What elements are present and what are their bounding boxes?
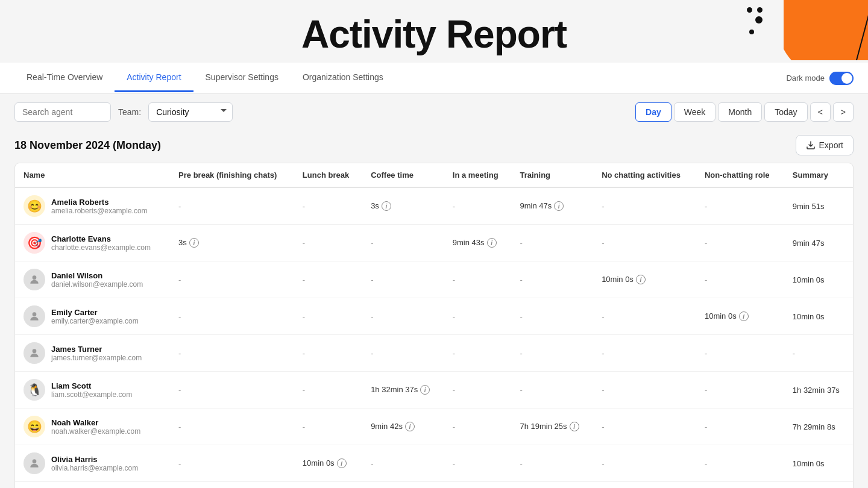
table-cell: 9min 42si <box>362 408 444 445</box>
today-button[interactable]: Today <box>764 102 807 122</box>
table-cell: - <box>593 335 696 372</box>
svg-point-0 <box>33 275 37 280</box>
prev-button[interactable]: < <box>810 102 831 122</box>
table-row: 😊 Amelia Roberts amelia.roberts@example.… <box>15 187 853 225</box>
agent-cell: 🎯 Charlotte Evans charlotte.evans@exampl… <box>15 225 170 261</box>
table-cell: - <box>170 408 294 445</box>
info-icon[interactable]: i <box>636 275 646 284</box>
table-cell: - <box>593 225 696 261</box>
svg-point-3 <box>33 459 37 463</box>
export-label: Export <box>819 140 843 150</box>
table-cell: 9min 43si <box>444 225 512 261</box>
table-cell: 10min 0si <box>696 298 784 335</box>
search-input-wrap <box>14 102 111 122</box>
agent-email: james.turner@example.com <box>51 354 142 362</box>
export-button[interactable]: Export <box>796 135 854 155</box>
table-row: 🐧 Liam Scott liam.scott@example.com - - … <box>15 372 853 408</box>
svg-point-1 <box>33 312 37 316</box>
table-cell: - <box>512 372 594 408</box>
dark-mode-switch[interactable] <box>829 72 854 85</box>
table-cell: - <box>294 372 362 408</box>
activity-table: Name Pre break (finishing chats) Lunch b… <box>15 163 853 488</box>
table-cell: - <box>294 335 362 372</box>
info-icon[interactable]: i <box>739 311 749 321</box>
table-cell: 7h 29min 8s <box>784 408 853 445</box>
agent-cell: Olivia Harris olivia.harris@example.com <box>15 445 170 482</box>
table-cell: 3si <box>170 225 294 261</box>
table-cell: - <box>170 482 294 489</box>
search-input[interactable] <box>14 102 111 122</box>
table-cell: - <box>696 225 784 261</box>
nav-tabs: Real-Time Overview Activity Report Super… <box>14 64 786 92</box>
info-icon[interactable]: i <box>405 422 415 431</box>
col-non-chatting: Non-chatting role <box>696 163 784 187</box>
page-header: Activity Report <box>0 0 868 63</box>
agent-cell: 😊 Amelia Roberts amelia.roberts@example.… <box>15 187 170 225</box>
table-cell: - <box>512 261 594 298</box>
agent-name: Noah Walker <box>51 418 140 427</box>
next-button[interactable]: > <box>833 102 854 122</box>
agent-email: emily.carter@example.com <box>51 317 139 325</box>
team-label: Team: <box>118 107 141 117</box>
agent-cell: 🐧 Liam Scott liam.scott@example.com <box>15 372 170 408</box>
table-cell: - <box>362 482 444 489</box>
table-cell: 1h 32min 37si <box>362 372 444 408</box>
table-row: Olivia Harris olivia.harris@example.com … <box>15 445 853 482</box>
table-cell: 10min 0s <box>784 261 853 298</box>
agent-email: daniel.wilson@example.com <box>51 280 143 289</box>
col-pre-break: Pre break (finishing chats) <box>170 163 294 187</box>
table-cell: 10min 0s <box>784 298 853 335</box>
table-cell: - <box>512 225 594 261</box>
dark-mode-toggle[interactable]: Dark mode <box>786 72 854 85</box>
team-select[interactable]: Curiosity All Teams <box>148 102 233 122</box>
view-controls: Day Week Month Today < > <box>635 102 854 122</box>
info-icon[interactable]: i <box>189 238 199 248</box>
dark-mode-label: Dark mode <box>786 74 825 83</box>
table-cell: - <box>696 335 784 372</box>
tab-realtime[interactable]: Real-Time Overview <box>14 64 115 92</box>
agent-name: Emily Carter <box>51 308 139 317</box>
table-cell: - <box>696 187 784 225</box>
info-icon[interactable]: i <box>570 422 579 431</box>
view-month-button[interactable]: Month <box>718 102 762 122</box>
table-cell: - <box>593 372 696 408</box>
table-cell: - <box>294 187 362 225</box>
agent-name: Liam Scott <box>51 381 132 390</box>
tab-org[interactable]: Organization Settings <box>291 64 395 92</box>
svg-point-2 <box>33 349 37 353</box>
agent-email: olivia.harris@example.com <box>51 464 138 472</box>
agent-email: noah.walker@example.com <box>51 427 140 436</box>
table-cell: - <box>170 298 294 335</box>
tab-supervisor[interactable]: Supervisor Settings <box>193 64 291 92</box>
table-cell: - <box>170 445 294 482</box>
table-cell: - <box>444 408 512 445</box>
table-cell: - <box>294 225 362 261</box>
agent-name: Olivia Harris <box>51 455 138 464</box>
table-cell: - <box>170 372 294 408</box>
table-cell: - <box>444 298 512 335</box>
table-cell: - <box>170 187 294 225</box>
toolbar: Team: Curiosity All Teams Day Week Month… <box>0 94 868 130</box>
agent-cell: Daniel Wilson daniel.wilson@example.com <box>15 261 170 298</box>
avatar <box>24 342 45 364</box>
info-icon[interactable]: i <box>337 458 347 468</box>
table-cell: 9min 47s <box>784 225 853 261</box>
info-icon[interactable]: i <box>382 201 391 211</box>
table-cell: - <box>696 445 784 482</box>
toggle-knob <box>841 73 852 84</box>
tab-activity[interactable]: Activity Report <box>115 64 193 92</box>
col-training: Training <box>512 163 594 187</box>
agent-cell: Sophia Green sophia.green@example.com <box>15 482 170 489</box>
info-icon[interactable]: i <box>554 201 564 211</box>
info-icon[interactable]: i <box>487 238 497 248</box>
info-icon[interactable]: i <box>420 385 430 395</box>
view-week-button[interactable]: Week <box>674 102 716 122</box>
date-row: 18 November 2024 (Monday) Export <box>0 130 868 163</box>
view-day-button[interactable]: Day <box>635 102 671 122</box>
table-cell: - <box>362 298 444 335</box>
avatar <box>24 269 45 290</box>
agent-name: Charlotte Evans <box>51 234 151 243</box>
agent-email: liam.scott@example.com <box>51 390 132 399</box>
avatar: 🎯 <box>24 232 45 254</box>
table-cell: - <box>444 482 512 489</box>
